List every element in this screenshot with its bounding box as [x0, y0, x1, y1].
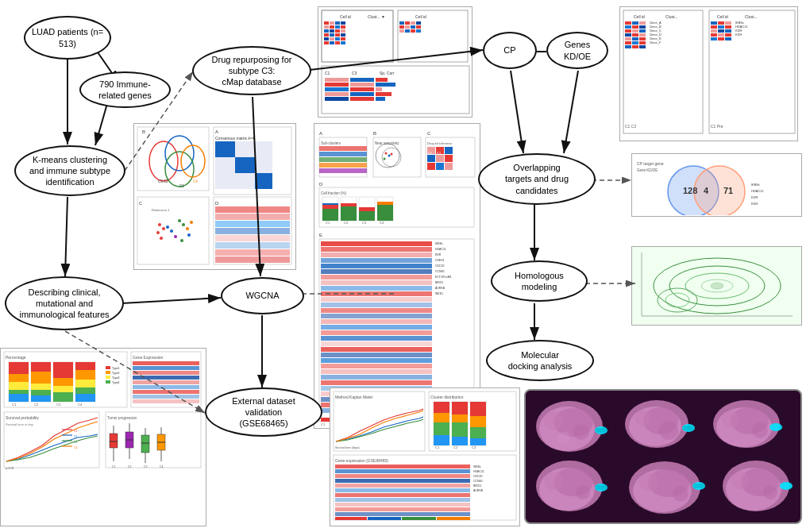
svg-rect-66	[325, 78, 349, 82]
svg-rect-240	[321, 269, 432, 274]
svg-text:CDC20: CDC20	[473, 475, 483, 478]
svg-rect-208	[427, 163, 435, 170]
svg-rect-123	[711, 33, 717, 37]
svg-rect-97	[632, 37, 638, 40]
svg-rect-53	[416, 21, 421, 25]
svg-rect-174	[215, 206, 290, 213]
svg-rect-89	[639, 25, 646, 29]
svg-rect-245	[321, 297, 432, 302]
svg-point-165	[182, 223, 185, 226]
svg-rect-257	[321, 364, 432, 368]
svg-rect-36	[324, 33, 329, 37]
svg-rect-124	[718, 33, 724, 37]
svg-rect-80	[376, 97, 385, 101]
svg-text:C1: C1	[321, 422, 326, 426]
svg-point-432	[544, 411, 563, 430]
svg-rect-109	[632, 45, 638, 48]
svg-rect-260	[321, 380, 432, 385]
svg-text:Cell id: Cell id	[340, 14, 351, 19]
svg-text:C2: C2	[34, 403, 39, 407]
svg-rect-217	[322, 209, 338, 221]
svg-text:Survival probability: Survival probability	[6, 415, 39, 420]
svg-rect-410	[335, 479, 470, 483]
svg-text:C3 C2: C3 C2	[158, 179, 168, 183]
svg-text:0.8: 0.8	[428, 152, 432, 155]
svg-rect-189	[319, 168, 367, 173]
svg-rect-222	[341, 203, 357, 206]
svg-rect-299	[53, 362, 73, 378]
svg-rect-132	[725, 37, 731, 40]
chart-top-center: Cell id Clust... ▼	[318, 6, 472, 118]
node-immune-genes: 790 Immune-related genes	[79, 71, 171, 108]
svg-rect-107	[639, 41, 646, 44]
svg-point-160	[162, 227, 165, 230]
svg-rect-390	[434, 422, 449, 435]
svg-rect-150	[215, 157, 235, 173]
svg-rect-179	[215, 242, 290, 249]
svg-rect-254	[321, 347, 432, 352]
svg-rect-176	[215, 221, 290, 227]
svg-point-433	[573, 424, 589, 440]
svg-rect-153	[215, 173, 235, 189]
svg-rect-416	[335, 507, 470, 511]
svg-rect-152	[255, 157, 272, 173]
svg-rect-331	[133, 399, 199, 403]
svg-rect-287	[9, 362, 29, 374]
svg-rect-456	[596, 485, 607, 490]
svg-rect-131	[718, 37, 724, 40]
svg-rect-175	[215, 214, 290, 220]
svg-text:CHEK1: CHEK1	[435, 259, 445, 262]
svg-rect-391	[434, 435, 449, 445]
svg-rect-242	[321, 280, 432, 285]
svg-rect-328	[133, 385, 199, 389]
svg-text:Clust...: Clust...	[745, 14, 758, 19]
svg-rect-206	[436, 155, 444, 162]
svg-text:BIRC5: BIRC5	[473, 484, 481, 488]
svg-rect-111	[709, 10, 795, 133]
svg-point-440	[635, 411, 651, 426]
svg-rect-25	[330, 21, 334, 25]
svg-text:4: 4	[704, 186, 709, 195]
svg-rect-114	[711, 21, 717, 25]
svg-text:Sub-clusters: Sub-clusters	[321, 141, 341, 145]
svg-rect-154	[235, 173, 255, 189]
svg-rect-45	[330, 41, 334, 44]
node-kmeans: K-means clusteringand immune subtypeiden…	[14, 145, 125, 196]
svg-point-196	[388, 154, 390, 156]
svg-rect-426	[402, 517, 436, 520]
svg-text:CP target gene: CP target gene	[637, 161, 664, 166]
svg-text:C2: C2	[128, 465, 132, 468]
svg-rect-149	[255, 141, 272, 157]
svg-rect-291	[9, 394, 29, 402]
svg-text:Cell id: Cell id	[415, 14, 426, 19]
svg-text:Percentage: Percentage	[6, 355, 26, 360]
svg-text:C1: C1	[325, 71, 330, 75]
svg-rect-396	[452, 437, 468, 445]
svg-rect-121	[718, 29, 724, 33]
svg-text:Gene_F: Gene_F	[650, 40, 662, 44]
svg-rect-401	[470, 438, 486, 445]
svg-rect-125	[725, 33, 731, 37]
node-external: External datasetvalidation(GSE68465)	[205, 387, 322, 437]
svg-text:IKBKε: IKBKε	[473, 465, 481, 468]
svg-rect-90	[625, 29, 631, 33]
svg-rect-91	[632, 29, 638, 33]
svg-rect-68	[325, 83, 349, 87]
svg-rect-255	[321, 353, 432, 357]
svg-rect-244	[321, 291, 432, 296]
svg-rect-67	[350, 78, 374, 82]
svg-rect-236	[321, 247, 432, 252]
svg-rect-413	[335, 493, 470, 497]
svg-rect-55	[405, 25, 410, 29]
svg-text:Clust...: Clust...	[665, 14, 678, 19]
chart-venn: CP target gene Gene KD/OE 128 4 71 IKBKε…	[631, 153, 802, 217]
svg-rect-35	[341, 29, 345, 33]
svg-rect-248	[321, 314, 432, 318]
chart-kmeans-result: B C3 C2 C1 C4 A Consensus matrix k=4	[133, 123, 296, 270]
svg-rect-61	[416, 29, 421, 33]
svg-rect-96	[625, 37, 631, 40]
svg-rect-77	[376, 83, 395, 87]
chart-external-validation: Method Kaplan Meier Survival time (days)…	[330, 387, 520, 526]
svg-rect-75	[350, 97, 374, 101]
svg-rect-289	[9, 382, 29, 390]
